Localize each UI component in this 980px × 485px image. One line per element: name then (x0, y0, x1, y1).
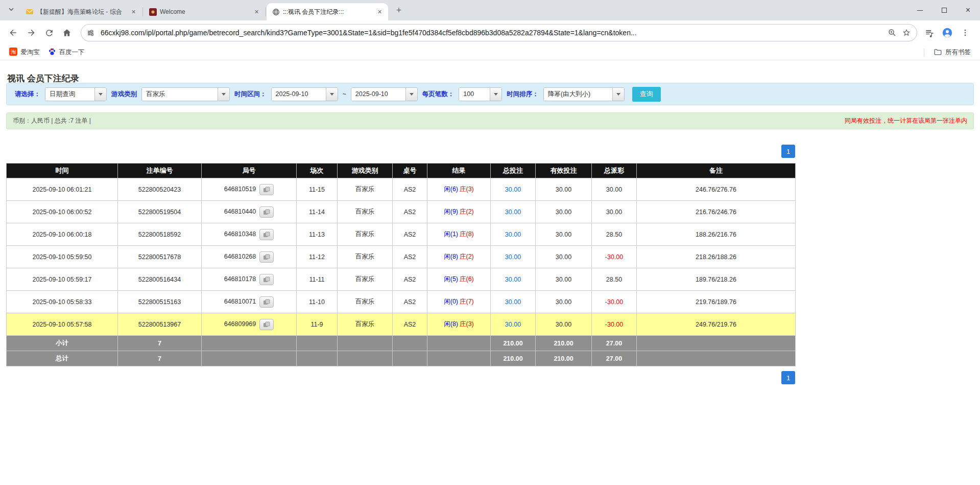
cards-icon (263, 232, 270, 238)
game-type-input[interactable] (142, 88, 218, 101)
media-controls-button[interactable] (921, 25, 938, 41)
tab-close-icon[interactable]: × (375, 8, 384, 16)
total-bet-link[interactable]: 30.00 (505, 209, 521, 216)
tab-search-button[interactable] (4, 3, 18, 17)
sort-input[interactable] (544, 88, 612, 101)
cell-time: 2025-09-10 05:58:33 (7, 291, 118, 313)
bookmark-baidu[interactable]: 百度一下 (44, 46, 89, 59)
cell-game-type: 百家乐 (338, 268, 393, 291)
cell-valid-bet: 30.00 (536, 268, 592, 291)
table-body: 2025-09-10 06:01:21 522800520423 6468105… (7, 178, 796, 336)
view-round-button[interactable] (259, 274, 274, 285)
minimize-icon (917, 10, 923, 11)
bookmark-label: 百度一下 (59, 48, 85, 57)
result-player: 闲(5) (444, 275, 458, 283)
chevron-down-icon[interactable] (405, 88, 417, 101)
chevron-down-icon[interactable] (94, 88, 106, 101)
url-text[interactable]: 66cxkj98.com/ipl/portal.php/game/betreco… (101, 29, 885, 37)
view-round-button[interactable] (259, 251, 274, 263)
page-1-button[interactable]: 1 (781, 371, 795, 384)
profile-avatar[interactable] (939, 25, 955, 41)
total-label: 总计 (7, 351, 118, 366)
tab-close-icon[interactable]: × (129, 8, 138, 16)
all-bookmarks-button[interactable]: 所有书签 (929, 46, 975, 59)
summary-note: 同局有效投注，统一计算在该局第一张注单内 (845, 117, 967, 125)
view-round-button[interactable] (259, 296, 274, 308)
game-type-select[interactable] (141, 87, 230, 101)
view-round-button[interactable] (259, 206, 274, 218)
date-separator: ~ (343, 90, 346, 98)
total-valid-bet: 210.00 (536, 351, 592, 366)
cards-icon (263, 321, 270, 328)
cell-total-bet: 30.00 (491, 201, 536, 223)
result-banker: 庄(3) (460, 320, 474, 328)
home-button[interactable] (59, 25, 75, 41)
total-bet-link[interactable]: 30.00 (505, 298, 521, 306)
reload-button[interactable] (41, 25, 57, 41)
tab-welcome[interactable]: Welcome × (144, 3, 265, 20)
tab-close-icon[interactable]: × (252, 8, 261, 16)
total-bet-link[interactable]: 30.00 (505, 253, 521, 261)
browser-window: 【新提醒】海燕策略论坛 - 综合 × Welcome × :::视讯 会员下注纪… (0, 0, 980, 384)
arrow-right-icon (26, 28, 36, 38)
query-type-select[interactable] (45, 87, 107, 101)
back-button[interactable] (5, 25, 21, 41)
bookmark-star-button[interactable] (899, 26, 914, 40)
page-content: 视讯 会员下注纪录 请选择： 游戏类别 时间区间： ~ 每页笔数： (0, 60, 980, 384)
cards-icon (263, 209, 270, 215)
cell-note: 249.76/219.76 (637, 313, 796, 336)
cell-bet-id: 522800513967 (118, 313, 202, 336)
svg-text:淘: 淘 (11, 49, 16, 55)
total-bet-link[interactable]: 30.00 (505, 231, 521, 238)
empty-cell (393, 351, 427, 366)
sort-select[interactable] (543, 87, 625, 101)
total-bet-link[interactable]: 30.00 (505, 321, 521, 328)
total-count: 7 (118, 351, 202, 366)
page-size-input[interactable] (459, 88, 490, 101)
chevron-down-icon[interactable] (490, 88, 501, 101)
new-tab-button[interactable]: + (392, 4, 405, 17)
query-type-input[interactable] (45, 88, 94, 101)
cell-round: 646809969 (202, 313, 297, 336)
view-round-button[interactable] (259, 184, 274, 195)
chevron-down-icon[interactable] (612, 88, 624, 101)
result-player: 闲(8) (444, 320, 458, 328)
site-info-button[interactable] (83, 26, 98, 40)
round-number: 646810268 (224, 253, 256, 260)
cell-bet-id: 522800516434 (118, 268, 202, 291)
game-type-label: 游戏类别 (111, 90, 137, 99)
view-round-button[interactable] (259, 319, 274, 330)
total-bet-link[interactable]: 30.00 (505, 276, 521, 283)
column-header: 时间 (7, 164, 118, 178)
total-bet-link[interactable]: 30.00 (505, 186, 521, 193)
result-player: 闲(9) (444, 208, 458, 215)
cell-payout: 28.50 (592, 223, 637, 246)
bookmark-taobao[interactable]: 淘 爱淘宝 (5, 46, 44, 59)
cell-bet-id: 522800520423 (118, 178, 202, 201)
date-from-select[interactable] (271, 87, 338, 101)
forward-button[interactable] (23, 25, 39, 41)
address-bar[interactable]: 66cxkj98.com/ipl/portal.php/game/betreco… (81, 24, 917, 41)
chevron-down-icon[interactable] (326, 88, 338, 101)
cell-note: 189.76/218.26 (637, 268, 796, 291)
zoom-button[interactable] (885, 26, 899, 40)
chevron-down-icon[interactable] (218, 88, 229, 101)
page-1-button[interactable]: 1 (781, 145, 795, 158)
browser-menu-button[interactable] (957, 25, 973, 41)
tab-bet-records-active[interactable]: :::视讯 会员下注纪录::: × (267, 3, 388, 20)
view-round-button[interactable] (259, 229, 274, 240)
minimize-button[interactable] (908, 0, 932, 20)
cell-valid-bet: 30.00 (536, 246, 592, 268)
cell-round: 646810519 (202, 178, 297, 201)
date-from-input[interactable] (272, 88, 326, 101)
page-size-select[interactable] (459, 87, 502, 101)
maximize-button[interactable] (932, 0, 956, 20)
date-to-select[interactable] (351, 87, 418, 101)
tab-forum[interactable]: 【新提醒】海燕策略论坛 - 综合 × (20, 3, 142, 20)
browser-toolbar: 66cxkj98.com/ipl/portal.php/game/betreco… (0, 20, 980, 45)
cell-total-bet: 30.00 (491, 313, 536, 336)
search-button[interactable]: 查询 (632, 87, 661, 102)
summary-bar: 币别：人民币 | 总共 :7 注单 | 同局有效投注，统一计算在该局第一张注单内 (6, 112, 974, 129)
close-window-button[interactable]: × (956, 0, 980, 20)
date-to-input[interactable] (351, 88, 405, 101)
